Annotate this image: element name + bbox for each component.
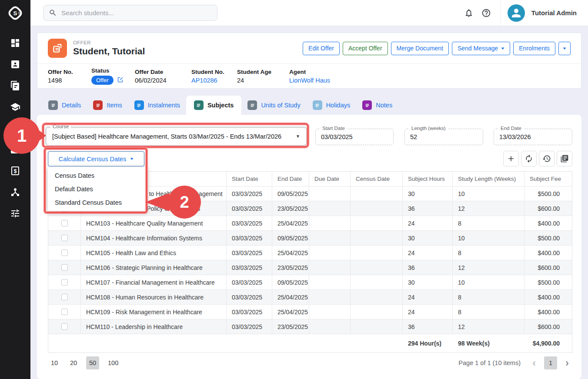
row-checkbox[interactable] bbox=[61, 249, 68, 256]
status-field: Status Offer bbox=[91, 67, 135, 85]
merge-document-button[interactable]: Merge Document bbox=[391, 42, 449, 55]
weeks-cell: 10 bbox=[453, 231, 525, 246]
hours-cell: 30 bbox=[403, 275, 453, 290]
total-fee: $4,900.00 bbox=[525, 340, 573, 347]
notifications-button[interactable] bbox=[460, 4, 478, 22]
tab-notes[interactable]: Notes bbox=[356, 96, 398, 115]
menu-item-default-dates[interactable]: Default Dates bbox=[48, 182, 147, 196]
history-button[interactable] bbox=[539, 151, 555, 166]
page-size-50[interactable]: 50 bbox=[86, 356, 99, 369]
tab-subjects[interactable]: Subjects bbox=[186, 96, 241, 115]
settings-icon bbox=[10, 208, 20, 219]
row-checkbox[interactable] bbox=[61, 309, 68, 315]
edit-offer-button[interactable]: Edit Offer bbox=[303, 42, 340, 55]
hours-cell: 30 bbox=[403, 186, 453, 201]
start-date-cell: 03/03/2025 bbox=[227, 216, 272, 231]
status-badge: Offer bbox=[91, 76, 114, 85]
agent-link[interactable]: LionWolf Haus bbox=[289, 77, 330, 84]
table-row: HCM109 - Risk Management in Healthcare03… bbox=[48, 305, 572, 319]
search-input[interactable] bbox=[61, 9, 212, 17]
send-message-button[interactable]: Send Message▼ bbox=[452, 42, 510, 55]
census-date-cell bbox=[351, 319, 403, 334]
user-avatar[interactable] bbox=[508, 4, 525, 22]
sidebar-item-courses[interactable] bbox=[0, 96, 30, 117]
row-checkbox[interactable] bbox=[61, 264, 68, 271]
search-icon bbox=[49, 9, 57, 17]
end-date-cell: 09/05/2025 bbox=[272, 231, 309, 246]
sidebar-item-invoices[interactable]: $ bbox=[0, 160, 30, 181]
weeks-cell: 8 bbox=[453, 216, 525, 231]
tab-holidays[interactable]: Holidays bbox=[307, 96, 357, 115]
due-date-cell bbox=[309, 246, 351, 260]
col-header-census-date: Census Date bbox=[351, 172, 403, 186]
sidebar-item-agents[interactable] bbox=[0, 181, 30, 203]
refresh-button[interactable] bbox=[521, 151, 537, 166]
census-date-cell bbox=[351, 290, 403, 305]
tab-details[interactable]: Details bbox=[42, 96, 87, 115]
invoices-icon: $ bbox=[10, 166, 20, 176]
person-icon bbox=[510, 7, 523, 20]
menu-item-census-dates[interactable]: Census Dates bbox=[48, 169, 147, 182]
student-no-link[interactable]: AP10286 bbox=[191, 77, 237, 84]
add-subject-button[interactable] bbox=[503, 151, 519, 166]
page-size-20[interactable]: 20 bbox=[67, 356, 80, 369]
sidebar-item-calendar[interactable] bbox=[0, 117, 30, 139]
chevron-down-icon: ▼ bbox=[296, 134, 300, 139]
copy-list-button[interactable] bbox=[557, 151, 572, 166]
fee-cell: $500.00 bbox=[525, 231, 573, 246]
offer-info-row: Offer No. 1498 Status Offer Offer Date 0… bbox=[37, 63, 581, 88]
app-logo[interactable]: S bbox=[0, 0, 30, 26]
page-number-button[interactable]: 1 bbox=[544, 356, 557, 369]
due-date-cell bbox=[309, 290, 351, 305]
sidebar-item-briefcase[interactable] bbox=[0, 139, 30, 160]
row-checkbox[interactable] bbox=[61, 279, 68, 286]
start-date-cell: 03/03/2025 bbox=[227, 260, 272, 275]
page-info: Page 1 of 1 (10 items) bbox=[458, 359, 521, 366]
census-date-cell bbox=[351, 216, 403, 231]
subject-cell: HCM110 - Leadership in Healthcare bbox=[81, 319, 227, 334]
edit-status-icon[interactable] bbox=[117, 76, 124, 83]
start-date-field: Start Date 03/03/2025 bbox=[315, 129, 394, 145]
census-date-cell bbox=[351, 260, 403, 275]
sidebar-item-dashboard[interactable] bbox=[0, 32, 30, 53]
row-checkbox[interactable] bbox=[61, 235, 68, 241]
accept-offer-button[interactable]: Accept Offer bbox=[343, 42, 388, 55]
tab-items[interactable]: Items bbox=[87, 96, 128, 115]
sidebar-item-students[interactable] bbox=[0, 53, 30, 75]
search-box[interactable] bbox=[43, 5, 217, 21]
more-actions-button[interactable]: ▼ bbox=[558, 42, 571, 55]
row-checkbox[interactable] bbox=[61, 294, 68, 300]
offer-date-field: Offer Date 06/02/2024 bbox=[135, 69, 191, 84]
fee-cell: $600.00 bbox=[525, 201, 573, 216]
row-checkbox[interactable] bbox=[61, 220, 68, 226]
col-header-due-date: Due Date bbox=[309, 172, 351, 186]
row-checkbox[interactable] bbox=[61, 323, 68, 330]
col-header-subject-hours: Subject Hours bbox=[403, 172, 453, 186]
hours-cell: 24 bbox=[403, 305, 453, 319]
tab-label: Notes bbox=[376, 102, 392, 109]
end-date-cell: 25/04/2025 bbox=[272, 246, 309, 260]
course-select[interactable]: Course [Subject Based] Healthcare Manage… bbox=[46, 127, 307, 146]
col-header-study-length-weeks-: Study Length (Weeks) bbox=[453, 172, 525, 186]
tab-instalments[interactable]: Instalments bbox=[128, 96, 186, 115]
svg-text:$: $ bbox=[14, 168, 17, 174]
user-name[interactable]: Tutorial Admin bbox=[531, 9, 577, 17]
start-date-cell: 03/03/2025 bbox=[227, 319, 272, 334]
length-weeks-field: Length (weeks) 52 bbox=[404, 129, 483, 145]
sidebar-item-offers[interactable] bbox=[0, 75, 30, 96]
hours-cell: 24 bbox=[403, 246, 453, 260]
page-size-100[interactable]: 100 bbox=[105, 356, 121, 369]
page-size-10[interactable]: 10 bbox=[48, 356, 61, 369]
end-date-cell: 09/05/2025 bbox=[272, 186, 309, 201]
help-button[interactable] bbox=[478, 4, 495, 22]
sidebar-item-settings[interactable] bbox=[0, 203, 30, 224]
prev-page-button[interactable]: ‹ bbox=[529, 358, 539, 368]
end-date-cell: 23/05/2025 bbox=[272, 201, 309, 216]
fee-cell: $400.00 bbox=[525, 305, 573, 319]
calculate-census-dates-button[interactable]: Calculate Census Dates ▼ bbox=[48, 151, 144, 166]
menu-item-standard-census-dates[interactable]: Standard Census Dates bbox=[48, 196, 147, 209]
next-page-button[interactable]: › bbox=[562, 358, 572, 368]
tab-units-of-study[interactable]: Units of Study bbox=[241, 96, 306, 115]
enrolments-button[interactable]: Enrolments bbox=[513, 42, 555, 55]
subject-cell: HCM108 - Human Resources in Healthcare bbox=[81, 290, 227, 305]
